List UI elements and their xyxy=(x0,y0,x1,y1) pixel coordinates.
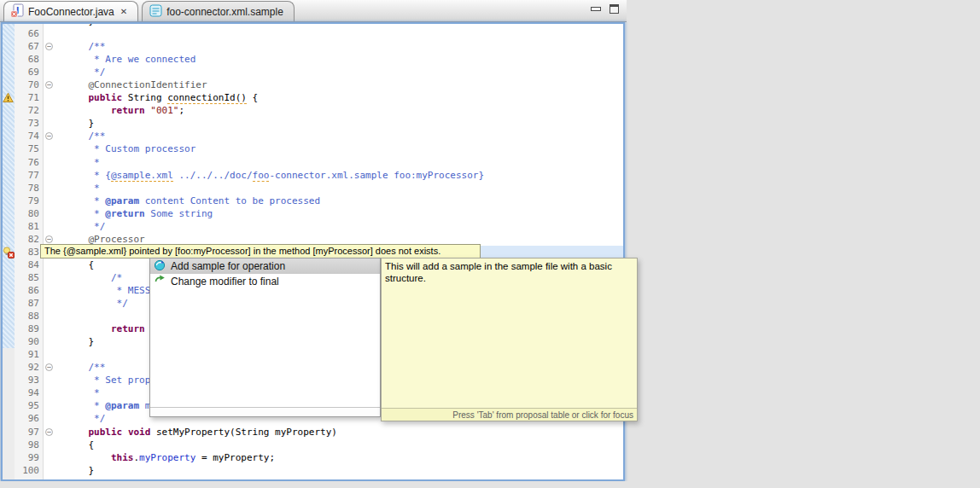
line-number: 79 xyxy=(15,195,44,207)
annotation-cell xyxy=(3,348,15,361)
code-text: * xyxy=(55,156,623,169)
fold-cell xyxy=(44,195,55,207)
quickfix-popup-footer xyxy=(150,407,380,416)
code-line[interactable]: 67− /** xyxy=(3,40,623,53)
code-line[interactable]: 74− /** xyxy=(3,130,623,142)
editor-tabbar: J FooConnector.java ✕ foo-connector.xml.… xyxy=(0,0,627,22)
java-file-icon: J xyxy=(11,3,24,20)
annotation-cell xyxy=(3,220,15,233)
code-line[interactable]: 71 public String connectionId() { xyxy=(3,91,623,104)
annotation-cell xyxy=(3,233,15,246)
quickfix-item[interactable]: Change modifier to final xyxy=(150,274,380,289)
annotation-cell xyxy=(3,27,15,40)
fold-collapse-icon[interactable]: − xyxy=(44,78,55,91)
annotation-cell xyxy=(3,66,15,78)
workbench-bottom-strip xyxy=(0,481,980,488)
line-number: 89 xyxy=(15,322,44,335)
code-line[interactable]: 73 } xyxy=(3,117,623,130)
fold-cell xyxy=(44,451,55,464)
tab-label: foo-connector.xml.sample xyxy=(166,6,283,18)
fold-collapse-icon[interactable]: − xyxy=(44,130,55,142)
quickfix-error-icon[interactable] xyxy=(3,246,15,259)
code-line[interactable]: 70− @ConnectionIdentifier xyxy=(3,78,623,91)
line-number: 67 xyxy=(15,40,44,53)
fold-cell xyxy=(44,169,55,182)
line-number: 73 xyxy=(15,117,44,130)
line-number: 98 xyxy=(15,439,44,451)
code-line[interactable]: 76 * xyxy=(3,156,623,169)
line-number: 66 xyxy=(15,27,44,40)
maximize-icon[interactable] xyxy=(610,4,619,14)
code-text: { xyxy=(55,439,623,451)
code-text: * @return Some string xyxy=(55,207,623,220)
code-line[interactable]: 69 */ xyxy=(3,66,623,78)
fold-collapse-icon[interactable]: − xyxy=(44,426,55,439)
annotation-cell xyxy=(3,399,15,412)
change-arrow-icon xyxy=(154,274,166,289)
code-text: } xyxy=(55,117,623,130)
minimize-icon[interactable] xyxy=(591,7,601,11)
fold-cell xyxy=(44,53,55,66)
annotation-cell xyxy=(3,297,15,310)
annotation-cell xyxy=(3,117,15,130)
fold-cell xyxy=(44,374,55,386)
code-text: * xyxy=(55,182,623,195)
code-text: } xyxy=(55,464,623,477)
annotation-cell xyxy=(3,78,15,91)
fold-collapse-icon[interactable]: − xyxy=(44,40,55,53)
annotation-cell xyxy=(3,284,15,297)
code-text: @ConnectionIdentifier xyxy=(55,78,623,91)
xml-sample-icon xyxy=(149,4,162,20)
code-line[interactable]: 77 * {@sample.xml ../../../doc/foo-conne… xyxy=(3,169,623,182)
annotation-cell xyxy=(3,464,15,477)
code-line[interactable]: 81 */ xyxy=(3,220,623,233)
tab-foo-connector-xml-sample[interactable]: foo-connector.xml.sample xyxy=(142,1,295,21)
fold-cell xyxy=(44,284,55,297)
annotation-cell xyxy=(3,310,15,322)
quickfix-item[interactable]: Add sample for operation xyxy=(150,259,380,274)
close-icon[interactable]: ✕ xyxy=(120,7,127,16)
line-number: 76 xyxy=(15,156,44,169)
fold-cell xyxy=(44,27,55,40)
annotation-cell xyxy=(3,195,15,207)
fold-cell xyxy=(44,271,55,284)
fold-cell xyxy=(44,220,55,233)
code-text: * @param content Content to be processed xyxy=(55,195,623,207)
tab-fooconnector-java[interactable]: J FooConnector.java ✕ xyxy=(3,1,138,21)
code-line[interactable]: 72 return "001"; xyxy=(3,104,623,117)
fold-cell xyxy=(44,259,55,271)
code-line[interactable]: 80 * @return Some string xyxy=(3,207,623,220)
devkit-pane: Devkit ✕ ▼FooConnector: @Connectorname: … xyxy=(629,0,980,488)
line-number: 83 xyxy=(15,246,44,259)
code-line[interactable]: 98 { xyxy=(3,439,623,451)
line-number: 72 xyxy=(15,104,44,117)
annotation-cell xyxy=(3,451,15,464)
code-text: * {@sample.xml ../../../doc/foo-connecto… xyxy=(55,169,623,182)
annotation-cell xyxy=(3,53,15,66)
annotation-cell xyxy=(3,386,15,399)
code-text: public void setMyProperty(String myPrope… xyxy=(55,426,623,439)
code-line[interactable]: 78 * xyxy=(3,182,623,195)
code-line[interactable]: 99 this.myProperty = myProperty; xyxy=(3,451,623,464)
fold-collapse-icon[interactable]: − xyxy=(44,361,55,374)
fold-cell xyxy=(44,439,55,451)
line-number: 93 xyxy=(15,374,44,386)
code-line[interactable]: 97− public void setMyProperty(String myP… xyxy=(3,426,623,439)
annotation-cell xyxy=(3,322,15,335)
code-line[interactable]: 68 * Are we connected xyxy=(3,53,623,66)
annotation-cell xyxy=(3,412,15,425)
code-text: * Custom processor xyxy=(55,142,623,155)
code-line[interactable]: 75 * Custom processor xyxy=(3,142,623,155)
quickfix-item-label: Change modifier to final xyxy=(171,276,279,288)
code-text: * Are we connected xyxy=(55,53,623,66)
line-number: 97 xyxy=(15,426,44,439)
fold-cell xyxy=(44,322,55,335)
code-line[interactable]: 66 xyxy=(3,27,623,40)
code-text: */ xyxy=(55,220,623,233)
line-number: 95 xyxy=(15,399,44,412)
warning-icon[interactable] xyxy=(3,91,15,104)
fold-cell xyxy=(44,297,55,310)
fold-cell xyxy=(44,464,55,477)
code-line[interactable]: 79 * @param content Content to be proces… xyxy=(3,195,623,207)
code-line[interactable]: 100 } xyxy=(3,464,623,477)
